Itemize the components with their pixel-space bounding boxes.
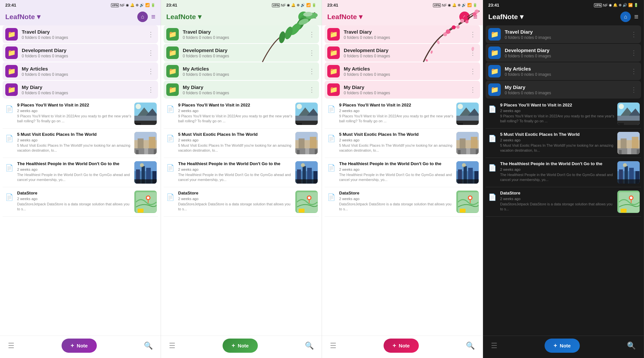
- folder-item[interactable]: 📁 My Articles 0 folders 0 notes 0 images…: [325, 62, 480, 80]
- svg-rect-52: [315, 149, 317, 154]
- note-meta: 2 weeks ago: [339, 167, 454, 171]
- search-icon[interactable]: 🔍: [305, 342, 314, 350]
- folder-more-icon[interactable]: ⋮: [629, 67, 638, 75]
- app-title[interactable]: LeafNote ▾: [327, 13, 362, 21]
- filter-icon[interactable]: ≡: [151, 13, 155, 21]
- folder-more-icon[interactable]: ⋮: [307, 30, 316, 38]
- fab-plus-icon: +: [393, 342, 396, 349]
- note-item[interactable]: 📄 DataStore 2 weeks ago DataStoreJetpack…: [164, 187, 319, 217]
- note-item[interactable]: 📄 5 Must Visit Exotic Places In The Worl…: [486, 129, 641, 158]
- folder-more-icon[interactable]: ⋮: [629, 86, 638, 94]
- note-title: The Healthiest People in the World Don't…: [178, 161, 293, 167]
- folder-more-icon[interactable]: ⋮: [629, 30, 638, 38]
- folder-item[interactable]: 📁 My Diary 0 folders 0 notes 0 images ⋮: [164, 81, 319, 99]
- folder-meta: 0 folders 0 notes 0 images: [344, 54, 468, 58]
- note-document-icon: 📄: [326, 104, 336, 114]
- folder-item[interactable]: 📁 Travel Diary 0 folders 0 notes 0 image…: [3, 25, 158, 43]
- folder-name: Travel Diary: [183, 29, 307, 35]
- home-icon[interactable]: ⌂: [298, 12, 309, 22]
- svg-rect-128: [619, 150, 622, 154]
- fab-note-button[interactable]: + Note: [223, 339, 258, 353]
- note-preview: 5 Must Visit Exotic Places In The WorldI…: [339, 143, 454, 153]
- phone-panel-pink: 23:41 VPN NF ◉ 🔔 ⊕ 🔊 📶 🔋 LeafNote ▾ ⌂ ≡: [322, 0, 483, 358]
- folder-item[interactable]: 📁 My Diary 0 folders 0 notes 0 images ⋮: [325, 81, 480, 99]
- folder-info: My Articles 0 folders 0 notes 0 images: [22, 66, 146, 77]
- folder-more-icon[interactable]: ⋮: [146, 67, 155, 75]
- folder-item[interactable]: 📁 Travel Diary 0 folders 0 notes 0 image…: [164, 25, 319, 43]
- note-item[interactable]: 📄 9 Places You'll Want to Visit in 2022 …: [164, 99, 319, 129]
- folder-name: Travel Diary: [344, 29, 468, 35]
- note-item[interactable]: 📄 The Healthiest People in the World Don…: [3, 158, 158, 187]
- filter-icon[interactable]: ≡: [634, 13, 638, 21]
- note-item[interactable]: 📄 5 Must Visit Exotic Places In The Worl…: [3, 129, 158, 158]
- fab-note-button[interactable]: + Note: [545, 339, 580, 353]
- note-document-icon: 📄: [4, 163, 14, 173]
- hamburger-icon[interactable]: ☰: [491, 342, 497, 350]
- note-item[interactable]: 📄 DataStore 2 weeks ago DataStoreJetpack…: [3, 187, 158, 217]
- home-icon[interactable]: ⌂: [137, 12, 148, 22]
- folder-more-icon[interactable]: ⋮: [146, 30, 155, 38]
- home-icon[interactable]: ⌂: [459, 12, 470, 22]
- search-icon[interactable]: 🔍: [466, 342, 475, 350]
- folder-item[interactable]: 📁 Development Diary 0 folders 0 notes 0 …: [486, 44, 641, 62]
- folder-item[interactable]: 📁 My Diary 0 folders 0 notes 0 images ⋮: [486, 81, 641, 99]
- svg-rect-91: [456, 123, 463, 125]
- folder-meta: 0 folders 0 notes 0 images: [344, 91, 468, 95]
- note-item[interactable]: 📄 DataStore 2 weeks ago DataStoreJetpack…: [486, 187, 641, 217]
- note-item[interactable]: 📄 9 Places You'll Want to Visit in 2022 …: [3, 99, 158, 129]
- note-item[interactable]: 📄 The Healthiest People in the World Don…: [164, 158, 319, 187]
- hamburger-icon[interactable]: ☰: [8, 342, 14, 350]
- folder-more-icon[interactable]: ⋮: [146, 86, 155, 94]
- status-time: 23:41: [488, 3, 499, 8]
- folder-more-icon[interactable]: ⋮: [468, 30, 477, 38]
- note-item[interactable]: 📄 5 Must Visit Exotic Places In The Worl…: [325, 129, 480, 158]
- folder-item[interactable]: 📁 My Articles 0 folders 0 notes 0 images…: [486, 62, 641, 80]
- folder-item[interactable]: 📁 Travel Diary 0 folders 0 notes 0 image…: [486, 25, 641, 43]
- folder-more-icon[interactable]: ⋮: [307, 86, 316, 94]
- hamburger-icon[interactable]: ☰: [169, 342, 175, 350]
- folder-more-icon[interactable]: ⋮: [146, 49, 155, 57]
- fab-note-button[interactable]: + Note: [62, 339, 97, 353]
- home-icon[interactable]: ⌂: [620, 12, 631, 22]
- folder-more-icon[interactable]: ⋮: [307, 49, 316, 57]
- svg-rect-47: [299, 138, 305, 148]
- hamburger-icon[interactable]: ☰: [330, 342, 336, 350]
- folder-item[interactable]: 📁 Travel Diary 0 folders 0 notes 0 image…: [325, 25, 480, 43]
- app-title[interactable]: LeafNote ▾: [5, 13, 40, 21]
- folder-more-icon[interactable]: ⋮: [468, 86, 477, 94]
- note-preview: DataStoreJetpack DataStore is a data sto…: [339, 202, 454, 212]
- folder-item[interactable]: 📁 My Articles 0 folders 0 notes 0 images…: [3, 62, 158, 80]
- note-document-icon: 📄: [326, 192, 336, 202]
- note-thumbnail: [134, 103, 157, 125]
- folder-item[interactable]: 📁 My Articles 0 folders 0 notes 0 images…: [164, 62, 319, 80]
- folder-item[interactable]: 📁 Development Diary 0 folders 0 notes 0 …: [164, 44, 319, 62]
- folder-item[interactable]: 📁 Development Diary 0 folders 0 notes 0 …: [325, 44, 480, 62]
- folder-item[interactable]: 📁 Development Diary 0 folders 0 notes 0 …: [3, 44, 158, 62]
- folder-meta: 0 folders 0 notes 0 images: [22, 35, 146, 40]
- search-icon[interactable]: 🔍: [144, 342, 153, 350]
- app-title[interactable]: LeafNote ▾: [166, 13, 201, 21]
- folder-meta: 0 folders 0 notes 0 images: [22, 72, 146, 77]
- note-content: 9 Places You'll Want to Visit in 2022 2 …: [500, 103, 615, 124]
- note-item[interactable]: 📄 9 Places You'll Want to Visit in 2022 …: [325, 99, 480, 129]
- note-item[interactable]: 📄 The Healthiest People in the World Don…: [325, 158, 480, 187]
- note-meta: 2 weeks ago: [500, 138, 615, 142]
- folder-more-icon[interactable]: ⋮: [468, 67, 477, 75]
- fab-note-button[interactable]: + Note: [384, 339, 419, 353]
- note-item[interactable]: 📄 The Healthiest People in the World Don…: [486, 158, 641, 187]
- note-preview: The Healthiest People in the World Don't…: [339, 172, 454, 183]
- note-item[interactable]: 📄 9 Places You'll Want to Visit in 2022 …: [486, 99, 641, 129]
- folder-icon: 📁: [327, 28, 340, 41]
- search-icon[interactable]: 🔍: [627, 342, 636, 350]
- folder-more-icon[interactable]: ⋮: [629, 49, 638, 57]
- note-item[interactable]: 📄 DataStore 2 weeks ago DataStoreJetpack…: [325, 187, 480, 217]
- filter-icon[interactable]: ≡: [473, 13, 477, 21]
- filter-icon[interactable]: ≡: [312, 13, 316, 21]
- note-meta: 2 weeks ago: [17, 138, 132, 142]
- folder-more-icon[interactable]: ⋮: [307, 67, 316, 75]
- folder-item[interactable]: 📁 My Diary 0 folders 0 notes 0 images ⋮: [3, 81, 158, 99]
- folder-more-icon[interactable]: ⋮: [468, 49, 477, 57]
- note-item[interactable]: 📄 5 Must Visit Exotic Places In The Worl…: [164, 129, 319, 158]
- folder-info: My Articles 0 folders 0 notes 0 images: [183, 66, 307, 77]
- app-title[interactable]: LeafNote ▾: [488, 13, 523, 21]
